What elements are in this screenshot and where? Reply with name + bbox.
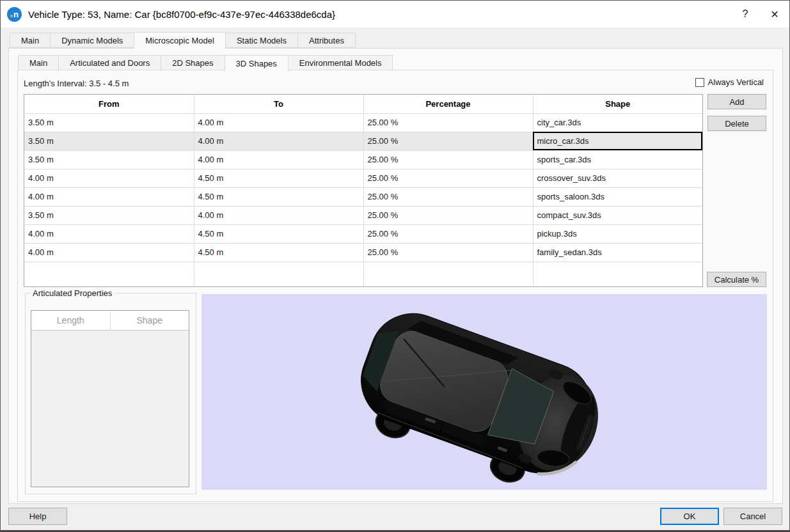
tab-dynamic-models[interactable]: Dynamic Models: [50, 33, 134, 48]
logo-dot: [10, 15, 13, 17]
shapes-table-body: 3.50 m4.00 m25.00 %city_car.3ds3.50 m4.0…: [24, 113, 702, 286]
empty-cell: [363, 262, 533, 286]
cell-shape[interactable]: sports_saloon.3ds: [533, 187, 702, 206]
cell-to[interactable]: 4.50 m: [194, 169, 363, 187]
cell-from[interactable]: 4.00 m: [24, 169, 194, 187]
tab-attributes[interactable]: Attributes: [297, 33, 356, 48]
cancel-button[interactable]: Cancel: [723, 508, 782, 525]
always-vertical-checkbox[interactable]: [695, 78, 704, 87]
table-row[interactable]: 3.50 m4.00 m25.00 %sports_car.3ds: [24, 150, 702, 169]
cell-shape[interactable]: city_car.3ds: [533, 113, 702, 132]
column-header: From: [24, 95, 194, 113]
articulated-properties-title: Articulated Properties: [30, 288, 115, 298]
cell-shape[interactable]: family_sedan.3ds: [533, 243, 702, 262]
cell-shape[interactable]: sports_car.3ds: [533, 150, 702, 169]
add-button[interactable]: Add: [707, 94, 766, 109]
table-row[interactable]: 3.50 m4.00 m25.00 %compact_suv.3ds: [24, 206, 702, 224]
table-row[interactable]: 3.50 m4.00 m25.00 %city_car.3ds: [24, 113, 702, 132]
tab-static-models[interactable]: Static Models: [225, 33, 298, 48]
table-row[interactable]: 4.00 m4.50 m25.00 %crossover_suv.3ds: [24, 169, 702, 187]
cell-percentage[interactable]: 25.00 %: [363, 243, 533, 262]
cell-percentage[interactable]: 25.00 %: [363, 113, 533, 132]
cell-from[interactable]: 3.50 m: [24, 113, 194, 132]
empty-cell: [533, 262, 702, 286]
tab-microscopic-model[interactable]: Microscopic Model: [134, 32, 226, 49]
table-row[interactable]: 4.00 m4.50 m25.00 %pickup.3ds: [24, 224, 702, 243]
cell-from[interactable]: 4.00 m: [24, 224, 194, 243]
subtab-articulated-and-doors[interactable]: Articulated and Doors: [58, 55, 161, 70]
subtab-2d-shapes[interactable]: 2D Shapes: [161, 55, 225, 70]
cell-from[interactable]: 4.00 m: [24, 187, 194, 206]
shapes-table-header-row: FromToPercentageShape: [24, 95, 702, 113]
cell-percentage[interactable]: 25.00 %: [363, 169, 533, 187]
column-header: Length: [31, 311, 110, 330]
length-interval-label: Length's Interval: 3.5 - 4.5 m: [24, 79, 129, 88]
cell-percentage[interactable]: 25.00 %: [363, 187, 533, 206]
shapes-table: FromToPercentageShape 3.50 m4.00 m25.00 …: [24, 94, 703, 287]
cell-to[interactable]: 4.50 m: [194, 187, 363, 206]
column-header: Percentage: [363, 95, 533, 113]
tab-main[interactable]: Main: [10, 33, 51, 48]
delete-button[interactable]: Delete: [707, 116, 766, 131]
cell-shape[interactable]: pickup.3ds: [533, 224, 702, 243]
logo-letter: n: [13, 10, 19, 19]
vehicle-type-dialog: n Vehicle Type: 53, Name: Car {bc8f0700-…: [0, 0, 790, 532]
cell-percentage[interactable]: 25.00 %: [363, 206, 533, 224]
always-vertical-label: Always Vertical: [708, 77, 764, 87]
microscopic-model-panel: MainArticulated and Doors2D Shapes3D Sha…: [8, 48, 783, 504]
app-logo-icon: n: [7, 7, 22, 22]
table-row[interactable]: 3.50 m4.00 m25.00 %micro_car.3ds: [24, 132, 702, 150]
cell-from[interactable]: 3.50 m: [24, 206, 194, 224]
cell-shape[interactable]: micro_car.3ds: [533, 132, 702, 150]
cell-to[interactable]: 4.50 m: [194, 243, 363, 262]
cell-to[interactable]: 4.00 m: [194, 206, 363, 224]
subtab-3d-shapes[interactable]: 3D Shapes: [225, 55, 288, 71]
cell-to[interactable]: 4.00 m: [194, 113, 363, 132]
help-button[interactable]: Help: [8, 508, 67, 525]
articulated-properties-group: Articulated Properties LengthShape: [25, 293, 196, 494]
cell-to[interactable]: 4.50 m: [194, 224, 363, 243]
close-icon[interactable]: ✕: [760, 1, 789, 27]
car-3d-model: [201, 294, 767, 490]
subtab-environmental-models[interactable]: Environmental Models: [288, 55, 393, 70]
cell-shape[interactable]: crossover_suv.3ds: [533, 169, 702, 187]
empty-cell: [194, 262, 363, 286]
cell-from[interactable]: 3.50 m: [24, 150, 194, 169]
table-row[interactable]: 4.00 m4.50 m25.00 %family_sedan.3ds: [24, 243, 702, 262]
column-header: Shape: [533, 95, 702, 113]
cell-percentage[interactable]: 25.00 %: [363, 150, 533, 169]
cell-percentage[interactable]: 25.00 %: [363, 132, 533, 150]
cell-percentage[interactable]: 25.00 %: [363, 224, 533, 243]
cell-from[interactable]: 4.00 m: [24, 243, 194, 262]
table-empty-area: [24, 262, 702, 286]
empty-cell: [24, 262, 194, 286]
calculate-percent-button[interactable]: Calculate %: [707, 272, 766, 287]
always-vertical-row: Always Vertical: [695, 77, 764, 87]
help-titlebar-button[interactable]: ?: [731, 1, 760, 27]
cell-to[interactable]: 4.00 m: [194, 132, 363, 150]
3d-shapes-panel: Length's Interval: 3.5 - 4.5 m Always Ve…: [17, 70, 773, 502]
window-title: Vehicle Type: 53, Name: Car {bc8f0700-ef…: [28, 9, 335, 20]
ok-button[interactable]: OK: [660, 508, 719, 525]
cell-to[interactable]: 4.00 m: [194, 150, 363, 169]
vehicle-3d-preview[interactable]: [201, 294, 767, 490]
main-tabbar: MainDynamic ModelsMicroscopic ModelStati…: [10, 31, 356, 48]
titlebar[interactable]: n Vehicle Type: 53, Name: Car {bc8f0700-…: [1, 1, 789, 27]
articulated-header-row: LengthShape: [31, 311, 189, 330]
sub-tabbar: MainArticulated and Doors2D Shapes3D Sha…: [18, 55, 393, 70]
articulated-table[interactable]: LengthShape: [31, 310, 189, 487]
subtab-main[interactable]: Main: [18, 55, 59, 70]
column-header: To: [194, 95, 363, 113]
column-header: Shape: [110, 311, 189, 330]
table-row[interactable]: 4.00 m4.50 m25.00 %sports_saloon.3ds: [24, 187, 702, 206]
cell-shape[interactable]: compact_suv.3ds: [533, 206, 702, 224]
cell-from[interactable]: 3.50 m: [24, 132, 194, 150]
